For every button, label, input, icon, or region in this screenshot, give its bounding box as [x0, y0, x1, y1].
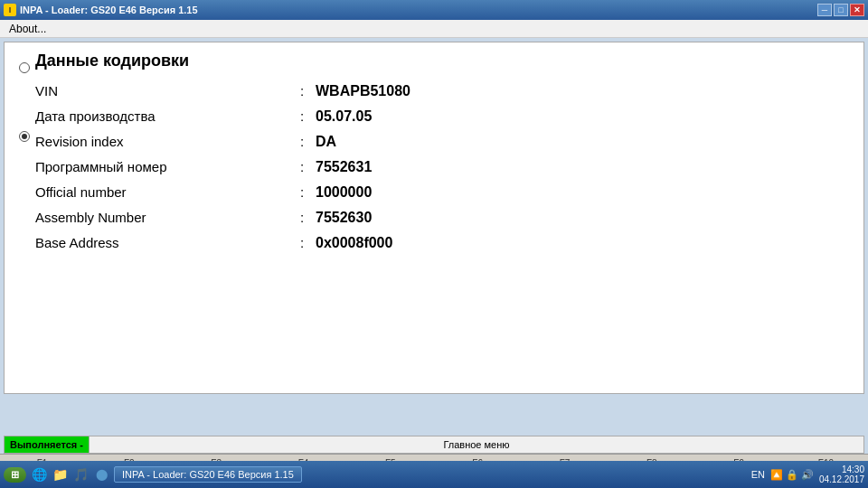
sys-tray: 🔼 🔒 🔊 — [770, 469, 814, 481]
tray-icon-1: 🔼 — [770, 469, 783, 481]
time-display: 14:30 — [819, 465, 864, 474]
status-bar: Выполняется - Главное меню — [4, 436, 864, 454]
active-window-label: INPA - Loader: GS20 E46 Версия 1.15 — [122, 469, 294, 480]
field-value-6: 0x0008f000 — [316, 235, 392, 251]
data-row: Assembly Number:7552630 — [35, 210, 849, 226]
bmw-icon[interactable]: ⬤ — [92, 465, 110, 483]
field-colon-6: : — [288, 235, 316, 250]
maximize-button[interactable]: □ — [834, 4, 848, 16]
window-title: INPA - Loader: GS20 E46 Версия 1.15 — [20, 5, 198, 15]
data-row: Дата производства:05.07.05 — [35, 108, 849, 125]
radio-button-1[interactable] — [19, 62, 30, 73]
field-value-1: 05.07.05 — [316, 108, 372, 125]
radio-column — [19, 52, 30, 384]
field-label-5: Assembly Number — [35, 210, 288, 225]
tray-icon-3: 🔊 — [801, 469, 814, 481]
radio-button-2[interactable] — [19, 131, 30, 142]
field-label-0: VIN — [35, 83, 288, 99]
tray-icon-2: 🔒 — [786, 469, 798, 481]
field-label-1: Дата производства — [35, 108, 288, 124]
field-colon-4: : — [288, 184, 316, 200]
active-window-task[interactable]: INPA - Loader: GS20 E46 Версия 1.15 — [114, 466, 302, 483]
field-value-2: DA — [316, 134, 336, 150]
field-label-3: Программный номер — [35, 159, 288, 174]
close-button[interactable]: ✕ — [850, 4, 864, 16]
field-colon-2: : — [288, 134, 316, 149]
start-button[interactable]: ⊞ — [4, 467, 26, 483]
menu-bar: About... — [0, 20, 868, 38]
title-bar-controls[interactable]: ─ □ ✕ — [817, 4, 864, 16]
data-row: Official number:1000000 — [35, 184, 849, 201]
date-display: 04.12.2017 — [819, 474, 864, 484]
menu-item-about[interactable]: About... — [4, 21, 52, 37]
data-row: Программный номер:7552631 — [35, 159, 849, 175]
taskbar-icons: 🌐 📁 🎵 ⬤ — [30, 465, 110, 483]
field-value-4: 1000000 — [316, 184, 372, 201]
field-value-5: 7552630 — [316, 210, 372, 226]
app-icon: I — [4, 4, 16, 16]
main-content-area: Данные кодировки VIN:WBAPB51080Дата прои… — [4, 42, 864, 394]
field-colon-5: : — [288, 210, 316, 225]
data-row: Base Address:0x0008f000 — [35, 235, 849, 251]
content-column: Данные кодировки VIN:WBAPB51080Дата прои… — [35, 52, 849, 384]
clock: 14:30 04.12.2017 — [819, 465, 864, 484]
minimize-button[interactable]: ─ — [817, 4, 832, 16]
taskbar-right: EN 🔼 🔒 🔊 14:30 04.12.2017 — [751, 465, 864, 484]
title-bar-left: I INPA - Loader: GS20 E46 Версия 1.15 — [4, 4, 198, 16]
folder-icon[interactable]: 📁 — [51, 465, 69, 483]
field-label-4: Official number — [35, 184, 288, 200]
taskbar: ⊞ 🌐 📁 🎵 ⬤ INPA - Loader: GS20 E46 Версия… — [0, 461, 868, 488]
field-label-6: Base Address — [35, 235, 288, 250]
ie-icon[interactable]: 🌐 — [30, 465, 48, 483]
title-bar: I INPA - Loader: GS20 E46 Версия 1.15 ─ … — [0, 0, 868, 20]
executing-status: Выполняется - — [5, 436, 90, 453]
data-row: VIN:WBAPB51080 — [35, 83, 849, 99]
field-value-3: 7552631 — [316, 159, 372, 175]
data-table: VIN:WBAPB51080Дата производства:05.07.05… — [35, 83, 849, 251]
field-label-2: Revision index — [35, 134, 288, 149]
main-menu-label: Главное меню — [90, 439, 863, 450]
field-colon-1: : — [288, 108, 316, 124]
field-colon-0: : — [288, 83, 316, 99]
media-icon[interactable]: 🎵 — [71, 465, 90, 483]
field-value-0: WBAPB51080 — [316, 83, 410, 99]
field-colon-3: : — [288, 159, 316, 174]
locale-label: EN — [751, 469, 765, 480]
section-title: Данные кодировки — [35, 52, 849, 70]
data-row: Revision index:DA — [35, 134, 849, 150]
taskbar-left: ⊞ 🌐 📁 🎵 ⬤ INPA - Loader: GS20 E46 Версия… — [4, 465, 302, 483]
